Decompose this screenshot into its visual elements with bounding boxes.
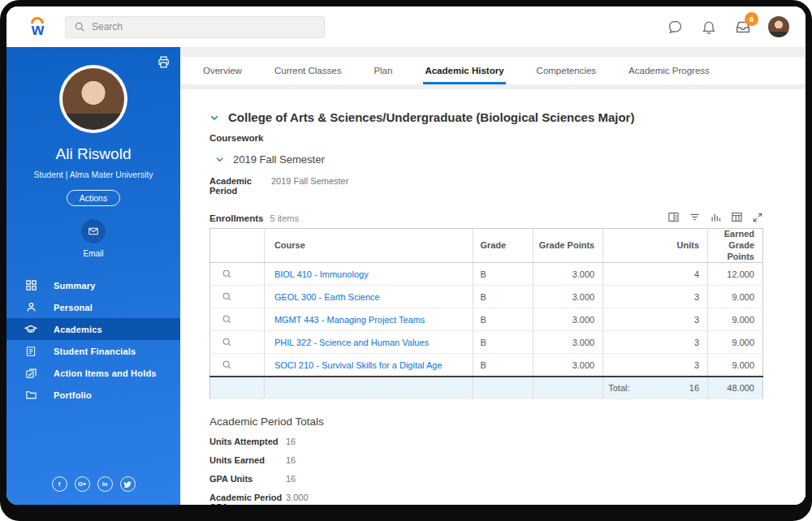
sidebar-item-action-items-and-holds[interactable]: Action Items and Holds [6,362,180,384]
earned-grade-points-cell: 9.000 [708,308,763,331]
device-frame: w 8 [0,0,812,521]
search-bar[interactable] [65,16,325,38]
facebook-icon[interactable]: f [52,476,67,492]
grade-cell: B [473,286,533,308]
table-row: PHIL 322 - Science and Human Values B 3.… [210,331,763,354]
units-earned-value: 16 [286,455,296,465]
course-link[interactable]: BIOL 410 - Immunology [274,269,369,279]
chat-button[interactable] [666,18,684,36]
gpa-units-label: GPA Units [209,474,286,484]
grid-preferences-button[interactable] [731,211,743,223]
sidebar-item-label: Student Financials [54,347,136,356]
program-title: College of Arts & Sciences/Undergraduate… [228,110,634,124]
table-row: SOCI 210 - Survival Skills for a Digital… [210,354,763,377]
email-button[interactable] [81,219,106,243]
related-actions-magnifier-icon[interactable] [222,291,264,302]
sidebar-item-summary[interactable]: Summary [6,274,180,296]
grade-points-column-header: Grade Points [533,229,603,263]
units-earned-label: Units Earned [209,455,286,465]
earned-grade-points-cell: 9.000 [708,286,763,308]
profile-name: Ali Riswold [6,145,180,163]
graduation-cap-icon [24,323,37,336]
enrollments-count: 5 items [270,213,298,223]
units-cell: 4 [603,263,708,286]
user-avatar[interactable] [768,16,789,37]
checklist-icon [24,367,37,379]
grade-points-cell: 3.000 [533,331,603,354]
total-units: 16 [689,383,699,393]
envelope-icon [88,226,99,237]
workday-logo[interactable]: w [31,17,44,37]
related-actions-magnifier-icon[interactable] [222,360,264,370]
actions-column-header [210,229,265,263]
notifications-button[interactable] [700,18,718,36]
sidebar-item-label: Action Items and Holds [54,368,157,378]
actions-button[interactable]: Actions [67,190,120,206]
units-cell: 3 [603,354,708,377]
filter-button[interactable] [689,211,701,223]
grade-points-cell: 3.000 [533,286,603,308]
tab-academic-progress[interactable]: Academic Progress [627,58,711,84]
collapse-semester-chevron-icon[interactable] [215,155,224,164]
sidebar-item-label: Summary [54,281,96,291]
course-link[interactable]: PHIL 322 - Science and Human Values [274,338,429,347]
related-actions-magnifier-icon[interactable] [222,269,264,279]
course-link[interactable]: MGMT 443 - Managing Project Teams [274,315,425,325]
sidebar-nav: Summary Personal Academics Student Finan… [6,274,180,406]
chart-view-button[interactable] [710,211,722,223]
profile-photo[interactable] [63,68,124,130]
folder-icon [24,389,37,401]
search-input[interactable] [92,21,295,32]
table-row: MGMT 443 - Managing Project Teams B 3.00… [210,308,763,331]
tab-academic-history[interactable]: Academic History [423,58,505,84]
top-bar: w 8 [6,6,806,47]
export-to-excel-button[interactable] [667,211,680,223]
course-link[interactable]: SOCI 210 - Survival Skills for a Digital… [274,360,443,370]
total-label: Total: [608,383,629,393]
related-actions-magnifier-icon[interactable] [222,337,264,347]
academic-history-panel: College of Arts & Sciences/Undergraduate… [180,89,806,505]
sidebar-item-student-financials[interactable]: Student Financials [6,340,180,362]
units-attempted-value: 16 [286,437,296,446]
twitter-icon[interactable] [120,476,136,492]
earned-grade-points-cell: 9.000 [708,354,763,377]
tab-bar: Overview Current Classes Plan Academic H… [180,57,806,84]
table-header-row: Course Grade Grade Points Units Earned G… [210,229,763,263]
tab-plan[interactable]: Plan [372,58,394,84]
earned-grade-points-cell: 12.000 [708,263,763,286]
sidebar-item-label: Academics [54,325,102,334]
gpa-units-value: 16 [286,474,296,484]
related-actions-magnifier-icon[interactable] [222,314,264,325]
google-plus-icon[interactable]: G+ [75,476,90,492]
tab-competencies[interactable]: Competencies [535,58,598,84]
grade-points-cell: 3.000 [533,354,603,377]
course-column-header: Course [264,229,473,263]
sidebar-item-academics[interactable]: Academics [6,318,180,340]
profile-sidebar: Ali Riswold Student | Alma Mater Univers… [6,47,180,505]
units-column-header: Units [603,229,708,263]
semester-title: 2019 Fall Semester [233,153,325,166]
course-link[interactable]: GEOL 300 - Earth Science [274,292,380,302]
table-row: BIOL 410 - Immunology B 3.000 4 12.000 [210,263,763,286]
sidebar-item-personal[interactable]: Personal [6,296,180,318]
expand-icon [752,212,763,223]
profile-photo-ring [59,65,127,133]
tab-current-classes[interactable]: Current Classes [273,58,343,84]
document-icon [24,346,37,357]
academic-period-gpa-value: 3.000 [286,493,309,505]
chat-icon [667,19,684,36]
academic-period-value: 2019 Fall Semester [271,176,348,196]
expand-grid-button[interactable] [752,212,763,223]
earned-grade-points-cell: 9.000 [708,331,763,354]
linkedin-icon[interactable]: in [97,476,113,492]
tab-overview[interactable]: Overview [201,58,244,84]
total-row: Total: 16 48.000 [210,377,763,399]
inbox-button[interactable]: 8 [734,18,752,36]
print-button[interactable] [157,55,171,69]
main-area: Overview Current Classes Plan Academic H… [180,47,806,505]
units-cell: 3 [603,286,708,308]
collapse-program-chevron-icon[interactable] [209,113,219,123]
academic-period-label: Academic Period [209,176,271,196]
academic-period-gpa-label: Academic Period GPA [209,493,286,505]
sidebar-item-portfolio[interactable]: Portfolio [6,384,180,406]
